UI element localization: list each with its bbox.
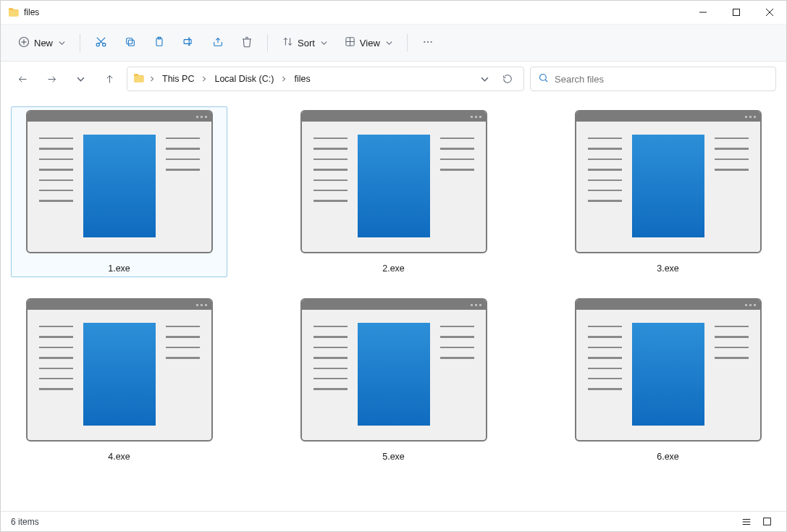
plus-circle-icon <box>18 36 30 50</box>
search-icon <box>538 72 549 85</box>
back-button[interactable] <box>11 67 34 90</box>
view-icon <box>345 36 355 49</box>
file-item[interactable]: 1.exe <box>11 106 227 277</box>
file-name: 3.exe <box>657 263 679 274</box>
chevron-right-icon[interactable] <box>148 75 156 83</box>
separator <box>80 34 80 51</box>
svg-point-25 <box>424 41 425 42</box>
file-item[interactable]: 4.exe <box>11 295 227 465</box>
exe-thumbnail <box>300 298 487 442</box>
svg-line-32 <box>545 80 547 82</box>
status-bar: 6 items <box>1 511 786 531</box>
svg-point-31 <box>540 75 547 81</box>
rename-button[interactable] <box>175 30 202 55</box>
copy-button[interactable] <box>117 30 143 55</box>
sort-label: Sort <box>298 38 315 48</box>
more-icon <box>422 36 434 50</box>
file-name: 4.exe <box>108 452 130 462</box>
forward-button[interactable] <box>40 67 63 90</box>
breadcrumb-segment[interactable]: Local Disk (C:) <box>211 72 277 85</box>
new-button[interactable]: New <box>11 30 72 55</box>
separator <box>267 34 268 51</box>
svg-rect-1 <box>733 9 740 16</box>
view-label: View <box>360 38 380 48</box>
file-item[interactable]: 3.exe <box>560 106 776 277</box>
svg-rect-11 <box>128 40 134 46</box>
exe-thumbnail <box>26 298 213 442</box>
folder-icon <box>8 7 20 18</box>
separator <box>407 34 408 51</box>
sort-button[interactable]: Sort <box>275 30 334 55</box>
more-button[interactable] <box>415 30 441 55</box>
exe-thumbnail <box>26 110 213 253</box>
file-name: 2.exe <box>382 263 405 274</box>
file-item[interactable]: 5.exe <box>285 295 502 465</box>
item-count: 6 items <box>11 517 39 527</box>
cut-icon <box>95 35 107 50</box>
chevron-down-icon <box>321 38 327 48</box>
details-view-button[interactable] <box>737 515 756 529</box>
up-button[interactable] <box>98 67 121 90</box>
exe-thumbnail <box>300 110 487 253</box>
maximize-button[interactable] <box>720 1 753 24</box>
search-bar[interactable] <box>530 67 776 91</box>
svg-rect-36 <box>763 518 770 525</box>
folder-icon <box>133 72 145 86</box>
svg-rect-15 <box>184 40 191 44</box>
view-button[interactable]: View <box>337 30 400 55</box>
svg-point-26 <box>427 41 429 42</box>
file-name: 6.exe <box>657 452 679 462</box>
history-dropdown-button[interactable] <box>474 69 494 89</box>
recent-button[interactable] <box>69 67 92 90</box>
chevron-right-icon[interactable] <box>279 75 288 83</box>
file-name: 1.exe <box>108 263 130 274</box>
breadcrumb-segment[interactable]: files <box>291 72 313 85</box>
chevron-down-icon <box>59 38 65 48</box>
trash-icon <box>241 36 253 50</box>
sort-icon <box>282 36 293 49</box>
chevron-down-icon <box>386 38 392 48</box>
search-input[interactable] <box>555 74 768 85</box>
paste-button[interactable] <box>146 30 172 55</box>
share-icon <box>212 36 224 50</box>
svg-rect-12 <box>127 38 132 43</box>
thumbnails-view-button[interactable] <box>757 515 776 529</box>
file-list[interactable]: 1.exe 2.exe 3.exe 4.exe 5.exe 6.exe <box>1 96 786 511</box>
file-item[interactable]: 2.exe <box>285 106 502 277</box>
title-bar: files <box>1 1 786 24</box>
new-label: New <box>34 38 53 48</box>
navigation-row: This PC Local Disk (C:) files <box>1 62 786 96</box>
rename-icon <box>182 35 195 50</box>
copy-icon <box>125 36 136 50</box>
minimize-button[interactable] <box>686 1 720 24</box>
svg-point-27 <box>430 41 432 42</box>
window-title: files <box>24 7 39 17</box>
chevron-right-icon[interactable] <box>200 75 209 83</box>
close-button[interactable] <box>753 1 786 24</box>
exe-thumbnail <box>575 298 762 442</box>
address-bar[interactable]: This PC Local Disk (C:) files <box>127 67 524 91</box>
file-name: 5.exe <box>382 452 405 462</box>
paste-icon <box>153 36 165 50</box>
refresh-button[interactable] <box>497 69 518 89</box>
delete-button[interactable] <box>234 30 260 55</box>
file-item[interactable]: 6.exe <box>560 295 776 465</box>
exe-thumbnail <box>575 110 762 253</box>
breadcrumb-segment[interactable]: This PC <box>159 72 197 85</box>
command-bar: New Sort <box>1 24 786 62</box>
cut-button[interactable] <box>88 30 114 55</box>
share-button[interactable] <box>205 30 231 55</box>
